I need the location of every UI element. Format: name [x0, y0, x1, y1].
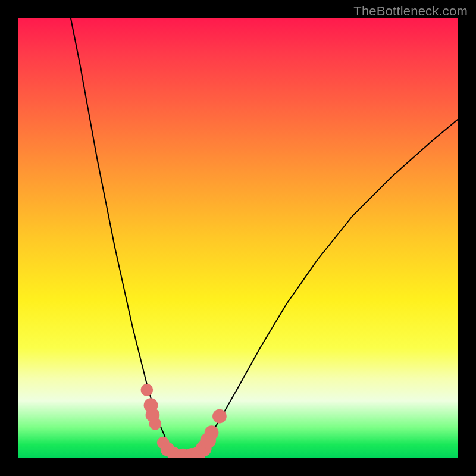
bottleneck-curve	[71, 18, 458, 457]
chart-svg	[18, 18, 458, 458]
watermark-text: TheBottleneck.com	[353, 4, 468, 19]
highlight-dot	[205, 425, 219, 440]
highlight-dot	[149, 418, 162, 430]
plot-area	[18, 18, 458, 458]
highlight-dot	[212, 409, 227, 424]
highlight-dot	[140, 384, 153, 396]
chart-frame: TheBottleneck.com	[0, 0, 476, 476]
